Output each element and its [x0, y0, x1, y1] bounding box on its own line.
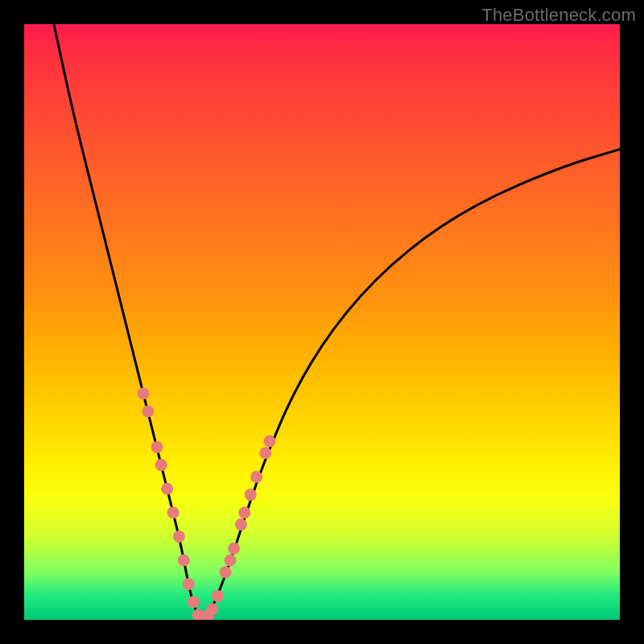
curve-marker [212, 590, 224, 602]
curve-marker [206, 603, 218, 615]
chart-frame: TheBottleneck.com [0, 0, 644, 644]
curve-marker [259, 447, 271, 459]
curve-marker [228, 543, 240, 555]
curve-marker [183, 578, 195, 590]
curve-marker [167, 506, 180, 518]
curve-marker [220, 566, 232, 578]
curve-marker [173, 530, 185, 543]
curve-svg [24, 24, 620, 620]
curve-marker [155, 459, 167, 471]
watermark-text: TheBottleneck.com [481, 5, 636, 26]
curve-marker [178, 555, 190, 567]
curve-marker [138, 387, 150, 399]
curve-marker [235, 518, 247, 530]
bottleneck-curve [54, 24, 620, 618]
curve-marker [263, 436, 275, 448]
curve-marker [188, 596, 200, 608]
curve-marker [250, 471, 262, 483]
curve-marker [225, 555, 237, 567]
curve-marker [151, 441, 163, 453]
plot-area [24, 24, 620, 620]
curve-marker [245, 489, 257, 501]
curve-marker [161, 483, 173, 495]
curve-marker [238, 506, 250, 518]
curve-marker [142, 406, 154, 418]
curve-markers [138, 387, 276, 620]
